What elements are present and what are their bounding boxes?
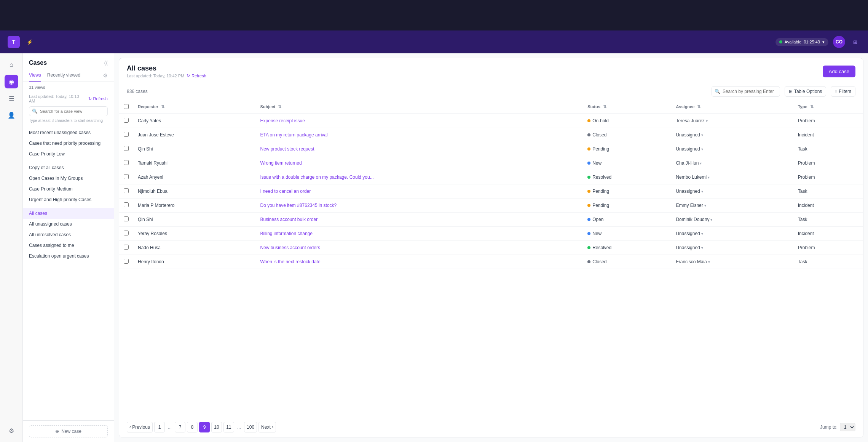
row-subject-5[interactable]: I need to cancel an order bbox=[255, 184, 583, 199]
row-checkbox-8[interactable] bbox=[119, 227, 133, 241]
sidebar-item-contacts[interactable]: 👤 bbox=[5, 108, 18, 122]
row-checkbox-6[interactable] bbox=[119, 199, 133, 213]
row-assignee-1[interactable]: Unassigned ▾ bbox=[671, 128, 793, 142]
tab-views[interactable]: Views bbox=[29, 69, 41, 82]
row-select-2[interactable] bbox=[124, 146, 129, 151]
row-select-7[interactable] bbox=[124, 216, 129, 221]
row-select-9[interactable] bbox=[124, 245, 129, 250]
nav-item-most-recent[interactable]: Most recent unassigned cases bbox=[23, 127, 114, 138]
search-input[interactable] bbox=[29, 106, 108, 116]
row-assignee-6[interactable]: Emmy Elsner ▾ bbox=[671, 199, 793, 213]
subject-link-1[interactable]: ETA on my return package arrival bbox=[260, 132, 327, 138]
col-requester[interactable]: Requester ⇅ bbox=[133, 100, 255, 114]
tab-recently-viewed[interactable]: Recently viewed bbox=[47, 69, 80, 82]
sidebar-item-cases[interactable]: ◉ bbox=[5, 75, 18, 88]
subject-link-7[interactable]: Business account bulk order bbox=[260, 217, 318, 222]
assignee-select-8[interactable]: Unassigned ▾ bbox=[676, 231, 703, 236]
nav-item-copy-all[interactable]: Copy of all cases bbox=[23, 162, 114, 173]
row-assignee-9[interactable]: Unassigned ▾ bbox=[671, 241, 793, 255]
subject-link-5[interactable]: I need to cancel an order bbox=[260, 189, 311, 194]
row-assignee-0[interactable]: Teresa Juarez ▾ bbox=[671, 114, 793, 128]
table-options-button[interactable]: ⊞ Table Options bbox=[785, 86, 826, 97]
col-assignee[interactable]: Assignee ⇅ bbox=[671, 100, 793, 114]
row-select-10[interactable] bbox=[124, 259, 129, 264]
subject-link-3[interactable]: Wrong item returned bbox=[260, 160, 302, 166]
nav-item-escalation[interactable]: Escalation open urgent cases bbox=[23, 251, 114, 261]
row-assignee-7[interactable]: Dominik Doudny ▾ bbox=[671, 213, 793, 227]
row-select-8[interactable] bbox=[124, 231, 129, 235]
next-page-button[interactable]: Next › bbox=[258, 422, 276, 432]
tab-settings-icon[interactable]: ⚙ bbox=[103, 69, 108, 82]
row-checkbox-2[interactable] bbox=[119, 142, 133, 156]
page-11-button[interactable]: 11 bbox=[223, 422, 234, 432]
nav-item-unassigned[interactable]: All unassigned cases bbox=[23, 219, 114, 229]
row-subject-2[interactable]: New product stock request bbox=[255, 142, 583, 156]
row-checkbox-4[interactable] bbox=[119, 170, 133, 184]
row-assignee-3[interactable]: Cha Ji-Hun ▾ bbox=[671, 156, 793, 170]
nav-item-priority-medium[interactable]: Case Priority Medium bbox=[23, 184, 114, 194]
row-checkbox-1[interactable] bbox=[119, 128, 133, 142]
row-subject-1[interactable]: ETA on my return package arrival bbox=[255, 128, 583, 142]
assignee-select-9[interactable]: Unassigned ▾ bbox=[676, 245, 703, 250]
page-9-button[interactable]: 9 bbox=[199, 422, 210, 432]
row-assignee-8[interactable]: Unassigned ▾ bbox=[671, 227, 793, 241]
nav-item-urgent-high[interactable]: Urgent and High priority Cases bbox=[23, 194, 114, 205]
row-assignee-10[interactable]: Francisco Maia ▾ bbox=[671, 255, 793, 269]
assignee-select-2[interactable]: Unassigned ▾ bbox=[676, 146, 703, 152]
assignee-select-0[interactable]: Teresa Juarez ▾ bbox=[676, 118, 707, 123]
collapse-button[interactable]: ⟨⟨ bbox=[104, 60, 108, 66]
subject-link-4[interactable]: Issue with a double charge on my package… bbox=[260, 175, 373, 180]
row-select-5[interactable] bbox=[124, 188, 129, 193]
col-status[interactable]: Status ⇅ bbox=[583, 100, 671, 114]
add-case-button[interactable]: Add case bbox=[823, 66, 855, 77]
sidebar-refresh-btn[interactable]: ↻ Refresh bbox=[88, 96, 108, 101]
row-checkbox-7[interactable] bbox=[119, 213, 133, 227]
nav-item-priority-low[interactable]: Case Priority Low bbox=[23, 149, 114, 159]
nav-item-priority-processing[interactable]: Cases that need priority processing bbox=[23, 138, 114, 149]
select-all-checkbox[interactable] bbox=[124, 104, 129, 109]
cases-search[interactable]: 🔍 bbox=[29, 106, 108, 116]
page-1-button[interactable]: 1 bbox=[154, 422, 165, 432]
page-8-button[interactable]: 8 bbox=[187, 422, 198, 432]
assignee-select-7[interactable]: Dominik Doudny ▾ bbox=[676, 217, 712, 222]
subject-link-6[interactable]: Do you have item #8762345 in stock? bbox=[260, 203, 337, 208]
prev-page-button[interactable]: ‹ Previous bbox=[127, 422, 153, 432]
row-select-6[interactable] bbox=[124, 202, 129, 207]
row-checkbox-5[interactable] bbox=[119, 184, 133, 199]
row-subject-10[interactable]: When is the next restock date bbox=[255, 255, 583, 269]
row-select-0[interactable] bbox=[124, 118, 129, 123]
app-logo[interactable]: T bbox=[8, 36, 20, 48]
new-case-button[interactable]: ⊕ New case bbox=[29, 425, 108, 437]
row-subject-4[interactable]: Issue with a double charge on my package… bbox=[255, 170, 583, 184]
sidebar-item-settings[interactable]: ⚙ bbox=[5, 424, 18, 437]
row-assignee-2[interactable]: Unassigned ▾ bbox=[671, 142, 793, 156]
row-subject-6[interactable]: Do you have item #8762345 in stock? bbox=[255, 199, 583, 213]
row-assignee-5[interactable]: Unassigned ▾ bbox=[671, 184, 793, 199]
row-subject-8[interactable]: Billing information change bbox=[255, 227, 583, 241]
row-checkbox-10[interactable] bbox=[119, 255, 133, 269]
nav-item-all-cases[interactable]: All cases bbox=[23, 208, 114, 219]
assignee-select-4[interactable]: Nembo Lukemi ▾ bbox=[676, 175, 710, 180]
subject-link-8[interactable]: Billing information change bbox=[260, 231, 312, 236]
subject-link-2[interactable]: New product stock request bbox=[260, 146, 314, 152]
sidebar-item-list[interactable]: ☰ bbox=[5, 91, 18, 105]
row-select-1[interactable] bbox=[124, 132, 129, 137]
row-checkbox-0[interactable] bbox=[119, 114, 133, 128]
row-subject-9[interactable]: New business account orders bbox=[255, 241, 583, 255]
page-100-button[interactable]: 100 bbox=[244, 422, 257, 432]
assignee-select-3[interactable]: Cha Ji-Hun ▾ bbox=[676, 160, 702, 166]
user-avatar[interactable]: CO bbox=[833, 36, 845, 48]
col-type[interactable]: Type ⇅ bbox=[793, 100, 863, 114]
row-select-4[interactable] bbox=[124, 174, 129, 179]
nav-item-open-groups[interactable]: Open Cases in My Groups bbox=[23, 173, 114, 184]
row-assignee-4[interactable]: Nembo Lukemi ▾ bbox=[671, 170, 793, 184]
subject-link-0[interactable]: Expense receipt issue bbox=[260, 118, 305, 123]
subject-link-9[interactable]: New business account orders bbox=[260, 245, 320, 250]
subject-link-10[interactable]: When is the next restock date bbox=[260, 259, 320, 264]
sidebar-item-home[interactable]: ⌂ bbox=[5, 58, 18, 72]
status-indicator[interactable]: Available 01:25:43 ▾ bbox=[775, 38, 828, 46]
assignee-select-6[interactable]: Emmy Elsner ▾ bbox=[676, 203, 706, 208]
page-10-button[interactable]: 10 bbox=[211, 422, 222, 432]
main-refresh-btn[interactable]: ↻ Refresh bbox=[187, 73, 206, 78]
table-search[interactable]: 🔍 bbox=[712, 86, 780, 97]
